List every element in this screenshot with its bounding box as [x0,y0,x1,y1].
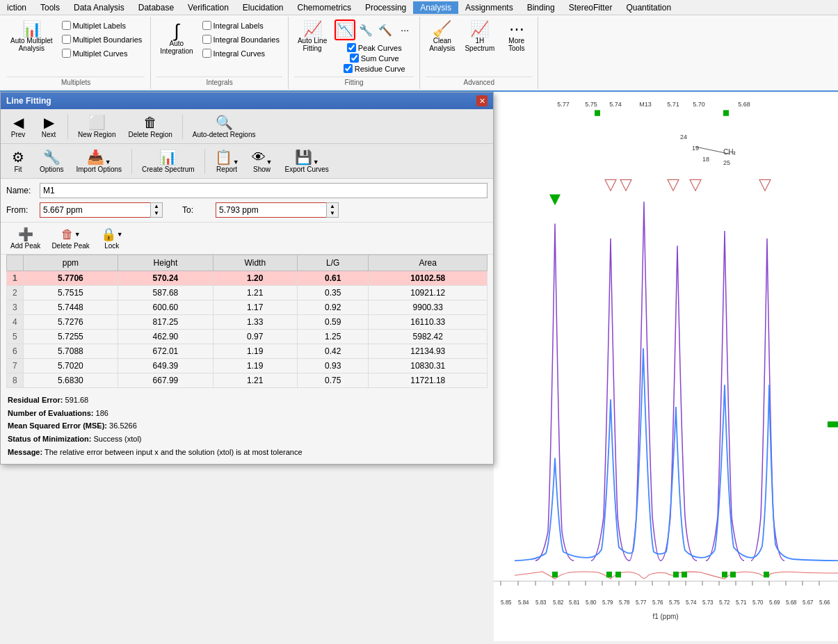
fit-button[interactable]: ⚙ Fit [5,147,31,175]
prev-button[interactable]: ◀ Prev [5,112,31,140]
row-width-2: 1.17 [213,300,297,315]
name-row: Name: [6,183,488,198]
auto-multiplet-analysis-button[interactable]: 📊 Auto Multiplet Analysis [7,19,56,54]
peak-table: ppm Height Width L/G Area 1 5.7706 570.2… [6,255,488,388]
menu-item-iction[interactable]: iction [0,1,33,14]
multiplet-curves-button[interactable]: Multiplet Curves [59,47,145,59]
menu-item-elucidation[interactable]: Elucidation [236,1,291,14]
status-value: Success (xtol) [93,435,141,443]
line-fitting-highlighted-button[interactable]: 📉 [335,19,355,40]
to-spinner[interactable]: ▲ ▼ [326,202,339,218]
from-up-arrow[interactable]: ▲ [151,203,162,210]
fitting-more-button[interactable]: ··· [396,19,414,40]
menu-item-binding[interactable]: Binding [520,1,562,14]
menu-item-analysis[interactable]: Analysis [413,1,458,14]
lock-button[interactable]: 🔒 ▼ Lock [97,225,127,251]
show-button[interactable]: 👁 ▼ Show [248,147,277,175]
multiplet-boundaries-button[interactable]: Multiplet Boundaries [59,33,145,45]
table-row[interactable]: 3 5.7448 600.60 1.17 0.92 9900.33 [7,300,488,315]
svg-rect-24 [615,572,621,577]
table-row[interactable]: 6 5.7088 672.01 1.19 0.42 12134.93 [7,344,488,359]
add-peak-button[interactable]: ➕ Add Peak [6,225,45,251]
to-label: To: [182,205,210,215]
svg-text:CH₂: CH₂ [723,147,736,155]
new-region-button[interactable]: ⬜ New Region [74,112,120,140]
name-input[interactable] [40,183,488,198]
spectrum-svg: 5.77 5.75 5.74 M13 5.71 5.70 5.68 CH₂ 24… [494,92,838,641]
table-row[interactable]: 8 5.6830 667.99 1.21 0.75 11721.18 [7,373,488,388]
fit-icon: ⚙ [12,149,24,166]
clean-analysis-button[interactable]: 🧹 CleanAnalysis [426,19,458,54]
multiplet-labels-button[interactable]: Multiplet Labels [59,19,145,31]
from-input[interactable] [40,202,151,218]
fitting-tool2-button[interactable]: 🔧 [357,19,375,40]
from-spinner[interactable]: ▲ ▼ [150,202,163,218]
ribbon-group-advanced-label: Advanced [426,77,532,86]
next-button[interactable]: ▶ Next [35,112,62,140]
delete-region-button[interactable]: 🗑 Delete Region [124,113,176,140]
fitting-tool3-button[interactable]: 🔨 [376,19,394,40]
table-header-row: ppm Height Width L/G Area [7,255,488,271]
import-options-button[interactable]: 📥 ▼ Import Options [72,147,126,175]
table-row[interactable]: 2 5.7515 587.68 1.21 0.35 10921.12 [7,286,488,300]
menu-item-data-analysis[interactable]: Data Analysis [67,1,131,14]
to-input[interactable] [216,202,327,218]
menu-item-quantitation[interactable]: Quantitation [619,1,678,14]
create-spectrum-icon: 📊 [159,149,177,166]
delete-peak-button[interactable]: 🗑 ▼ Delete Peak [47,226,93,251]
export-curves-button[interactable]: 💾 ▼ Export Curves [281,147,333,175]
show-icon: 👁 [252,150,266,166]
peak-curves-checkbox[interactable]: Peak Curves [347,43,402,52]
svg-text:19: 19 [692,145,699,152]
row-width-6: 1.19 [213,359,297,373]
row-num-3: 4 [7,315,24,330]
toolbar-sep-3 [131,149,132,174]
row-ppm-7: 5.6830 [23,373,118,388]
row-height-6: 649.39 [118,359,213,373]
auto-detect-regions-button[interactable]: 🔍 Auto-detect Regions [188,112,260,140]
integral-curves-button[interactable]: Integral Curves [200,47,282,59]
integral-labels-button[interactable]: Integral Labels [200,19,282,31]
menu-item-assignments[interactable]: Assignments [458,1,520,14]
add-peak-icon: ➕ [18,227,33,242]
svg-text:f1 (ppm): f1 (ppm) [652,613,678,620]
row-lg-3: 0.59 [297,315,369,330]
create-spectrum-button[interactable]: 📊 Create Spectrum [138,147,199,175]
report-button[interactable]: 📋 ▼ Report [211,147,243,175]
svg-text:5.82: 5.82 [553,599,564,606]
row-height-2: 600.60 [118,300,213,315]
ribbon-group-multiplets-label: Multiplets [7,77,145,86]
to-up-arrow[interactable]: ▲ [327,203,338,210]
svg-text:5.69: 5.69 [769,599,780,606]
menu-item-verification[interactable]: Verification [181,1,236,14]
more-tools-button[interactable]: ⋯ MoreTools [501,19,532,54]
table-row[interactable]: 4 5.7276 817.25 1.33 0.59 16110.33 [7,315,488,330]
row-area-4: 5982.42 [369,330,488,344]
menu-item-stereofitter[interactable]: StereoFitter [562,1,620,14]
menu-item-processing[interactable]: Processing [358,1,413,14]
auto-integration-button[interactable]: ∫ AutoIntegration [156,19,196,57]
table-row[interactable]: 5 5.7255 462.90 0.97 1.25 5982.42 [7,330,488,344]
menu-item-tools[interactable]: Tools [33,1,67,14]
delete-peak-icon: 🗑 [61,227,74,242]
svg-rect-28 [730,572,736,577]
1h-spectrum-button[interactable]: 📈 1HSpectrum [461,19,498,54]
from-down-arrow[interactable]: ▼ [151,210,162,217]
to-down-arrow[interactable]: ▼ [327,210,338,217]
menu-item-database[interactable]: Database [131,1,181,14]
residue-curve-checkbox[interactable]: Residue Curve [344,64,405,73]
auto-line-fitting-button[interactable]: 📈 Auto LineFitting [294,19,330,54]
line-fitting-dialog: Line Fitting ✕ ◀ Prev ▶ Next ⬜ New Regio… [0,92,494,465]
ribbon-group-advanced: 🧹 CleanAnalysis 📈 1HSpectrum ⋯ MoreTools… [420,17,538,89]
import-options-icon: 📥 [87,149,104,166]
options-button[interactable]: 🔧 Options [35,147,67,175]
sum-curve-checkbox[interactable]: Sum Curve [350,54,399,63]
dialog-close-button[interactable]: ✕ [476,95,488,106]
table-row[interactable]: 7 5.7020 649.39 1.19 0.93 10830.31 [7,359,488,373]
name-label: Name: [6,186,34,195]
1h-spectrum-icon: 📈 [470,22,489,37]
integral-boundaries-button[interactable]: Integral Boundaries [200,33,282,45]
menu-item-chemometrics[interactable]: Chemometrics [291,1,358,14]
svg-rect-23 [606,572,612,577]
table-row[interactable]: 1 5.7706 570.24 1.20 0.61 10102.58 [7,271,488,286]
